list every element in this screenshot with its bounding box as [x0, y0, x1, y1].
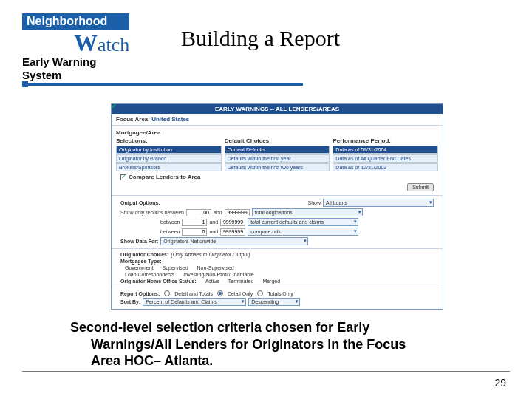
show-data-for-dd[interactable]: Originators Nationwide — [160, 237, 308, 245]
sel-orig-branch[interactable]: Originator by Branch — [116, 154, 222, 163]
def-two-years[interactable]: Defaults within the first two years — [225, 163, 330, 171]
def-first-year[interactable]: Defaults within the first year — [225, 154, 330, 163]
between3-label: between — [160, 229, 180, 234]
logo-top: Neighborhood — [22, 13, 129, 30]
perf-date-1[interactable]: Data as of 01/31/2004 — [332, 146, 438, 154]
perf-all-quarter[interactable]: Data as of All Quarter End Dates — [332, 154, 438, 163]
submit-button[interactable]: Submit — [407, 183, 434, 191]
show-dropdown[interactable]: All Loans — [323, 199, 434, 207]
sort-by-dd[interactable]: Percent of Defaults and Claims — [143, 298, 246, 306]
def-current[interactable]: Current Defaults — [225, 146, 330, 154]
total-orig-dd[interactable]: total originations — [252, 208, 363, 216]
page-number: 29 — [494, 377, 506, 389]
compare-checkbox[interactable] — [120, 174, 126, 180]
sel-orig-institution[interactable]: Originator by Institution — [116, 146, 222, 154]
header-rule — [22, 83, 303, 86]
sort-by-label: Sort By: — [120, 299, 140, 304]
total-def-claims-dd[interactable]: total current defaults and claims — [248, 218, 358, 226]
logo-bottom: Watch — [74, 30, 129, 57]
between2-label: between — [160, 219, 180, 225]
default-choices-label: Default Choices: — [225, 137, 330, 144]
perf-date-2[interactable]: Data as of 12/31/2003 — [332, 163, 438, 171]
footer-rule — [22, 371, 510, 372]
show-data-for-label: Show Data For: — [120, 239, 158, 244]
between1-b[interactable] — [225, 209, 250, 216]
orig-choices-label: Originator Choices: — [120, 252, 168, 257]
mortgagee-type-label: Mortgagee Type: — [120, 259, 162, 264]
home-status-label: Originator Home Office Status: — [120, 279, 197, 284]
between2-b[interactable] — [220, 219, 245, 226]
compare-label: Compare Lenders to Area — [129, 174, 201, 180]
mortgagee-area-label: Mortgagee/Area — [116, 129, 222, 136]
subtitle: Early Warning System — [22, 55, 96, 82]
page-title: Building a Report — [181, 26, 340, 51]
compare-ratio-dd[interactable]: compare ratio — [248, 228, 358, 236]
sort-dir-dd[interactable]: Descending — [248, 298, 300, 306]
focus-area-value: United States — [151, 116, 189, 123]
selections-label: Selections: — [116, 137, 222, 144]
panel-header: EARLY WARNINGS -- ALL LENDERS/AREAS — [112, 104, 443, 114]
between3-a[interactable] — [182, 228, 207, 236]
form-panel: EARLY WARNINGS -- ALL LENDERS/AREAS Focu… — [111, 103, 443, 310]
between2-a[interactable] — [182, 219, 207, 226]
perf-period-label: Performance Period: — [332, 137, 438, 144]
logo: Neighborhood Watch — [22, 13, 170, 50]
radio-detail-totals[interactable] — [164, 290, 170, 296]
radio-totals-only[interactable] — [257, 290, 263, 296]
between1-a[interactable] — [186, 209, 211, 216]
focus-area-label: Focus Area: — [116, 116, 150, 123]
sel-brokers-sponsors[interactable]: Brokers/Sponsors — [116, 163, 222, 171]
output-options-label: Output Options: — [120, 200, 160, 205]
slide-caption: Second-level selection criteria chosen f… — [70, 319, 484, 369]
show-label: Show — [307, 200, 321, 205]
between3-b[interactable] — [220, 228, 245, 236]
show-only-label: Show only records between — [120, 210, 184, 215]
report-options-label: Report Options: — [120, 291, 160, 296]
radio-detail-only[interactable] — [217, 290, 223, 296]
orig-note: (Only Applies to Originator Output) — [171, 252, 250, 257]
